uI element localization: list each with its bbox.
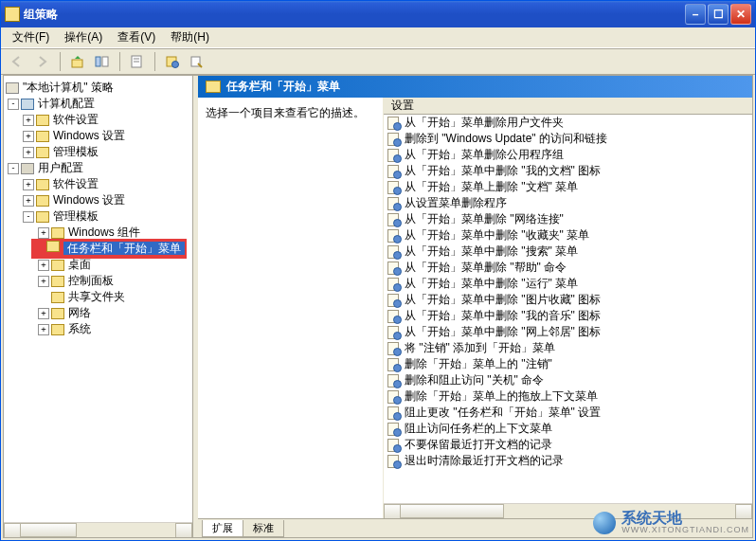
- setting-label: 阻止访问任务栏的上下文菜单: [405, 421, 552, 437]
- setting-label: 从「开始」菜单中删除 "图片收藏" 图标: [405, 292, 601, 308]
- tree-pane: "本地计算机" 策略 -计算机配置 +软件设置 +Windows 设置 +管理模…: [4, 76, 193, 537]
- expand-icon[interactable]: +: [23, 195, 34, 207]
- expand-icon[interactable]: +: [38, 260, 49, 271]
- tree-label-selected: 任务栏和「开始」菜单: [63, 242, 185, 255]
- template-button[interactable]: [186, 51, 208, 72]
- tree-admin-desktop[interactable]: +桌面: [4, 257, 192, 273]
- list-item[interactable]: 从「开始」菜单删除用户文件夹: [384, 115, 752, 131]
- list-item[interactable]: 删除和阻止访问 "关机" 命令: [384, 372, 752, 388]
- collapse-icon[interactable]: -: [8, 99, 19, 110]
- tree-label: 软件设置: [53, 176, 99, 192]
- list-item[interactable]: 从设置菜单删除程序: [384, 195, 752, 211]
- policy-icon: [387, 455, 401, 468]
- tab-standard[interactable]: 标准: [243, 520, 284, 537]
- menu-view[interactable]: 查看(V): [110, 27, 163, 47]
- svg-point-7: [172, 62, 179, 68]
- toolbar-separator: [60, 52, 61, 71]
- tree-admin-shared[interactable]: ·共享文件夹: [4, 289, 192, 305]
- tree-computer-config[interactable]: -计算机配置: [4, 96, 192, 112]
- content-area: "本地计算机" 策略 -计算机配置 +软件设置 +Windows 设置 +管理模…: [3, 75, 753, 538]
- folder-icon: [36, 195, 49, 207]
- list-item[interactable]: 从「开始」菜单中删除 "我的音乐" 图标: [384, 308, 752, 324]
- tree-comp-windows[interactable]: +Windows 设置: [4, 128, 192, 144]
- description-text: 选择一个项目来查看它的描述。: [206, 106, 365, 119]
- list-item[interactable]: 从「开始」菜单删除 "帮助" 命令: [384, 260, 752, 276]
- expand-icon[interactable]: +: [38, 227, 49, 239]
- filter-button[interactable]: [161, 51, 184, 72]
- list-item[interactable]: 退出时清除最近打开文档的记录: [384, 453, 752, 469]
- setting-label: 从「开始」菜单中删除 "搜索" 菜单: [405, 243, 578, 260]
- list-item[interactable]: 从「开始」菜单中删除 "搜索" 菜单: [384, 243, 752, 260]
- menu-action[interactable]: 操作(A): [57, 27, 110, 47]
- app-icon: [5, 7, 20, 22]
- titlebar[interactable]: 组策略 – ☐ ✕: [1, 1, 755, 27]
- tree-user-config[interactable]: -用户配置: [4, 160, 192, 176]
- properties-button[interactable]: [126, 51, 149, 72]
- expand-icon[interactable]: +: [23, 179, 34, 190]
- tree-user-admin[interactable]: -管理模板: [4, 208, 192, 225]
- tree-hscrollbar[interactable]: [4, 522, 192, 537]
- settings-list[interactable]: 从「开始」菜单删除用户文件夹删除到 "Windows Update" 的访问和链…: [384, 115, 752, 503]
- policy-icon: [387, 261, 401, 275]
- list-item[interactable]: 从「开始」菜单中删除 "我的文档" 图标: [384, 163, 752, 179]
- collapse-icon[interactable]: -: [23, 211, 34, 223]
- setting-label: 从「开始」菜单删除公用程序组: [405, 147, 564, 163]
- expand-icon[interactable]: +: [38, 276, 49, 287]
- expand-icon[interactable]: +: [23, 147, 34, 158]
- tree-admin-network[interactable]: +网络: [4, 305, 192, 321]
- tree-user-windows[interactable]: +Windows 设置: [4, 192, 192, 208]
- tree-admin-taskbar[interactable]: ·任务栏和「开始」菜单: [4, 241, 192, 257]
- expand-icon[interactable]: +: [38, 308, 49, 319]
- tree-admin-system[interactable]: +系统: [4, 321, 192, 337]
- setting-label: 从「开始」菜单删除 "帮助" 命令: [405, 260, 567, 276]
- close-button[interactable]: ✕: [730, 4, 751, 25]
- list-item[interactable]: 从「开始」菜单上删除 "文档" 菜单: [384, 179, 752, 195]
- list-item[interactable]: 删除「开始」菜单上的 "注销": [384, 356, 752, 372]
- list-item[interactable]: 删除到 "Windows Update" 的访问和链接: [384, 131, 752, 147]
- user-icon: [21, 163, 34, 174]
- tab-extended[interactable]: 扩展: [202, 520, 243, 537]
- list-item[interactable]: 不要保留最近打开文档的记录: [384, 437, 752, 453]
- list-item[interactable]: 阻止访问任务栏的上下文菜单: [384, 421, 752, 437]
- policy-icon: [387, 406, 401, 420]
- list-hscrollbar[interactable]: [384, 503, 752, 518]
- menu-file[interactable]: 文件(F): [5, 27, 57, 47]
- tree-comp-admin[interactable]: +管理模板: [4, 144, 192, 160]
- list-item[interactable]: 从「开始」菜单中删除 "收藏夹" 菜单: [384, 227, 752, 243]
- tree-comp-software[interactable]: +软件设置: [4, 112, 192, 128]
- leaf-icon: ·: [33, 244, 45, 256]
- back-button[interactable]: [7, 51, 29, 72]
- tree-admin-control[interactable]: +控制面板: [4, 273, 192, 289]
- list-item[interactable]: 从「开始」菜单中删除 "运行" 菜单: [384, 276, 752, 292]
- up-button[interactable]: [66, 51, 89, 72]
- policy-icon: [387, 423, 401, 436]
- maximize-button[interactable]: ☐: [708, 4, 729, 25]
- column-header-setting[interactable]: 设置: [384, 98, 752, 115]
- tree-label: 管理模板: [53, 208, 99, 225]
- menu-help[interactable]: 帮助(H): [163, 27, 217, 47]
- tree-label: 桌面: [68, 257, 91, 273]
- expand-icon[interactable]: +: [23, 131, 34, 142]
- tree-user-software[interactable]: +软件设置: [4, 176, 192, 192]
- show-hide-tree-button[interactable]: [91, 51, 114, 72]
- list-item[interactable]: 删除「开始」菜单上的拖放上下文菜单: [384, 388, 752, 405]
- tree-root[interactable]: "本地计算机" 策略: [4, 80, 192, 96]
- minimize-button[interactable]: –: [685, 4, 706, 25]
- list-item[interactable]: 将 "注销" 添加到「开始」菜单: [384, 340, 752, 356]
- setting-label: 从「开始」菜单中删除 "收藏夹" 菜单: [405, 227, 589, 243]
- forward-button[interactable]: [31, 51, 54, 72]
- list-item[interactable]: 从「开始」菜单中删除 "图片收藏" 图标: [384, 292, 752, 308]
- list-item[interactable]: 从「开始」菜单删除公用程序组: [384, 147, 752, 163]
- list-item[interactable]: 阻止更改 "任务栏和「开始」菜单" 设置: [384, 405, 752, 421]
- leaf-icon: ·: [38, 292, 49, 303]
- list-item[interactable]: 从「开始」菜单删除 "网络连接": [384, 211, 752, 227]
- setting-label: 从「开始」菜单中删除 "我的文档" 图标: [405, 163, 601, 179]
- expand-icon[interactable]: +: [23, 115, 34, 126]
- collapse-icon[interactable]: -: [8, 163, 19, 174]
- list-item[interactable]: 从「开始」菜单中删除 "网上邻居" 图标: [384, 324, 752, 340]
- setting-label: 阻止更改 "任务栏和「开始」菜单" 设置: [405, 405, 601, 421]
- description-pane: 选择一个项目来查看它的描述。: [198, 98, 383, 518]
- policy-tree[interactable]: "本地计算机" 策略 -计算机配置 +软件设置 +Windows 设置 +管理模…: [4, 76, 192, 522]
- folder-icon: [36, 115, 49, 126]
- expand-icon[interactable]: +: [38, 324, 49, 335]
